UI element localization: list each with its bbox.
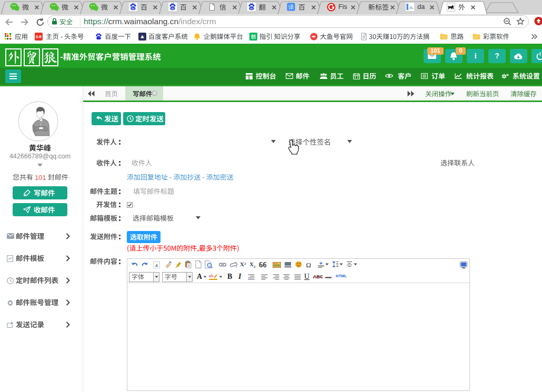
svg-text:du: du [132,7,135,10]
svg-text:66: 66 [259,261,266,268]
svg-text:a: a [155,262,158,268]
svg-text:du: du [171,7,174,10]
svg-text:X: X [240,262,244,267]
svg-text:2: 2 [244,262,246,266]
svg-text:Ω: Ω [306,261,312,268]
svg-text:T: T [188,264,190,268]
svg-text:X: X [249,262,254,267]
svg-text:2: 2 [254,265,256,268]
svg-text:ab: ab [209,273,214,278]
svg-text:du: du [250,7,253,10]
